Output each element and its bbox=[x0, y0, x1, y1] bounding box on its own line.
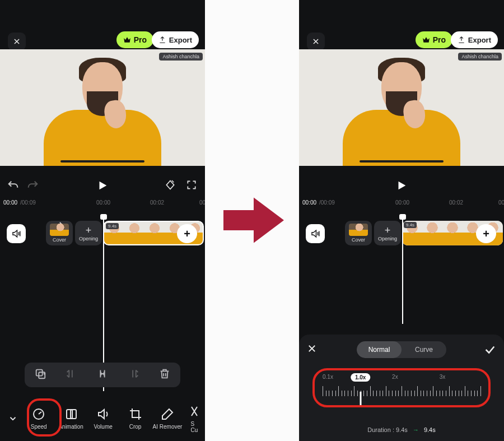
speed-close-button[interactable] bbox=[307, 343, 317, 356]
audio-toggle-button[interactable] bbox=[7, 224, 26, 243]
split-right-icon bbox=[128, 368, 140, 380]
collapse-toolbar-button[interactable] bbox=[3, 408, 22, 429]
close-icon bbox=[307, 343, 317, 354]
crop-icon bbox=[129, 407, 142, 421]
top-bar: Pro Export bbox=[299, 0, 504, 49]
total-duration: /00:09 bbox=[20, 199, 36, 206]
cover-chip[interactable]: Cover bbox=[46, 221, 73, 245]
export-label: Export bbox=[468, 36, 491, 44]
animation-icon bbox=[64, 407, 78, 421]
redo-button[interactable] bbox=[27, 179, 39, 194]
editor-screen-after: Pro Export Ashish chanchla 00:00 /00:09 … bbox=[299, 0, 504, 441]
export-button[interactable]: Export bbox=[451, 31, 498, 48]
play-button[interactable] bbox=[96, 179, 109, 194]
volume-tab[interactable]: Volume bbox=[87, 407, 119, 430]
duration-from: 9.4s bbox=[396, 426, 408, 433]
opening-chip[interactable]: + Opening bbox=[374, 221, 401, 245]
close-icon bbox=[312, 38, 320, 45]
speed-panel: Normal Curve 0.1x 2x 3x 1.0x Duration : … bbox=[299, 335, 504, 441]
add-clip-button[interactable]: + bbox=[177, 224, 197, 243]
cover-label: Cover bbox=[352, 237, 365, 243]
fullscreen-button[interactable] bbox=[186, 179, 197, 193]
preview-figure bbox=[52, 57, 153, 166]
close-button[interactable] bbox=[8, 33, 26, 50]
pro-button[interactable]: Pro bbox=[416, 31, 452, 48]
clip-source-tag: Ashish chanchla bbox=[458, 53, 502, 61]
audio-icon bbox=[11, 229, 21, 239]
timeline[interactable]: Cover + Opening 9.4s + bbox=[0, 212, 205, 257]
video-preview[interactable]: Ashish chanchla bbox=[0, 49, 205, 166]
home-indicator bbox=[60, 160, 144, 163]
copy-button[interactable] bbox=[34, 368, 46, 382]
ruler-mark: 00:00 bbox=[96, 199, 110, 206]
ruler-mark: 00:04 bbox=[199, 199, 205, 206]
speed-mode-curve[interactable]: Curve bbox=[402, 341, 446, 358]
transition-arrow-icon bbox=[223, 195, 284, 245]
crop-label: Crop bbox=[129, 424, 142, 430]
add-clip-button[interactable]: + bbox=[476, 224, 496, 243]
timeline-ruler: 00:00 /00:09 00:00 00:02 00:04 bbox=[299, 197, 504, 212]
opening-label: Opening bbox=[378, 236, 397, 242]
svg-rect-4 bbox=[71, 410, 76, 419]
audio-icon bbox=[310, 229, 320, 239]
smart-cut-tab[interactable]: S Cu bbox=[184, 405, 205, 433]
audio-toggle-button[interactable] bbox=[306, 224, 325, 243]
animation-tab[interactable]: Animation bbox=[55, 407, 87, 430]
keyframe-button[interactable] bbox=[165, 179, 176, 193]
export-button[interactable]: Export bbox=[152, 31, 199, 48]
split-right-button[interactable] bbox=[128, 368, 140, 382]
home-indicator bbox=[360, 160, 444, 163]
split-left-icon bbox=[65, 368, 77, 380]
upload-icon bbox=[158, 36, 166, 44]
ai-remover-tab[interactable]: AI Remover bbox=[151, 407, 183, 430]
split-left-button[interactable] bbox=[65, 368, 77, 382]
speed-mark: 3x bbox=[440, 374, 446, 380]
crop-tab[interactable]: Crop bbox=[119, 407, 151, 430]
speed-tab[interactable]: Speed bbox=[22, 407, 54, 430]
svg-rect-3 bbox=[67, 410, 72, 419]
cover-label: Cover bbox=[53, 237, 66, 243]
smartcut-icon bbox=[188, 405, 201, 418]
check-icon bbox=[484, 343, 496, 356]
speed-icon bbox=[32, 407, 45, 421]
volume-label: Volume bbox=[94, 424, 112, 430]
close-button[interactable] bbox=[307, 33, 325, 50]
close-icon bbox=[13, 38, 21, 45]
speed-mode-normal[interactable]: Normal bbox=[357, 341, 402, 358]
ai-remover-label: AI Remover bbox=[153, 424, 183, 430]
eraser-icon bbox=[161, 407, 174, 421]
play-icon bbox=[395, 179, 408, 192]
split-button[interactable] bbox=[96, 368, 109, 382]
duration-to: 9.4s bbox=[424, 426, 436, 433]
bottom-toolbar: Speed Animation Volume Crop AI Remover S… bbox=[0, 396, 205, 441]
total-duration: /00:09 bbox=[319, 199, 335, 206]
speed-slider[interactable]: 0.1x 2x 3x 1.0x bbox=[312, 368, 491, 407]
ruler-mark: 00:02 bbox=[449, 199, 463, 206]
crown-icon bbox=[422, 36, 430, 43]
chevron-down-icon bbox=[8, 414, 18, 424]
speed-label: Speed bbox=[31, 424, 47, 430]
duration-readout: Duration : 9.4s → 9.4s bbox=[299, 426, 504, 433]
opening-chip[interactable]: + Opening bbox=[75, 221, 102, 245]
playback-controls bbox=[299, 166, 504, 197]
cover-chip[interactable]: Cover bbox=[345, 221, 372, 245]
clip-duration-tag: 9.4s bbox=[106, 223, 119, 229]
video-preview[interactable]: Ashish chanchla bbox=[299, 49, 504, 166]
delete-button[interactable] bbox=[158, 368, 171, 382]
diamond-icon bbox=[165, 179, 176, 191]
editor-screen-before: Pro Export Ashish chanchla 00:00 /00:09 … bbox=[0, 0, 205, 441]
pro-button[interactable]: Pro bbox=[116, 31, 153, 48]
speed-confirm-button[interactable] bbox=[484, 343, 496, 358]
top-bar: Pro Export bbox=[0, 0, 205, 49]
undo-button[interactable] bbox=[7, 179, 19, 194]
clip-action-strip bbox=[25, 363, 180, 387]
play-button[interactable] bbox=[395, 179, 408, 194]
ruler-mark: 00:00 bbox=[395, 199, 409, 206]
export-label: Export bbox=[169, 36, 192, 44]
crown-icon bbox=[123, 36, 131, 43]
plus-icon: + bbox=[385, 225, 391, 235]
playhead[interactable] bbox=[402, 214, 403, 324]
volume-icon bbox=[96, 407, 110, 421]
timeline[interactable]: Cover + Opening 9.4s + bbox=[299, 212, 504, 257]
opening-label: Opening bbox=[79, 236, 98, 242]
